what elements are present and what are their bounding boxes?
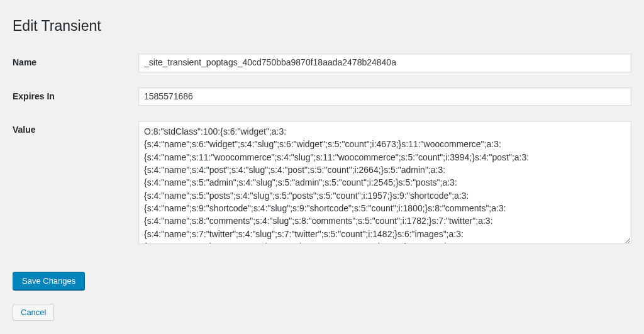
value-label: Value — [13, 113, 138, 254]
expires-label: Expires In — [13, 80, 138, 114]
row-value: Value — [13, 113, 631, 254]
edit-transient-wrap: Edit Transient Name Expires In Value Sav… — [0, 0, 644, 333]
form-table: Name Expires In Value — [13, 46, 631, 254]
submit-row: Save Changes — [13, 272, 631, 290]
save-button[interactable]: Save Changes — [13, 272, 85, 290]
name-label: Name — [13, 46, 138, 80]
value-textarea[interactable] — [138, 121, 631, 244]
row-expires: Expires In — [13, 80, 631, 114]
name-input[interactable] — [138, 53, 631, 72]
cancel-button[interactable]: Cancel — [13, 304, 54, 321]
row-name: Name — [13, 46, 631, 80]
expires-input[interactable] — [138, 87, 631, 106]
page-title: Edit Transient — [13, 18, 631, 35]
